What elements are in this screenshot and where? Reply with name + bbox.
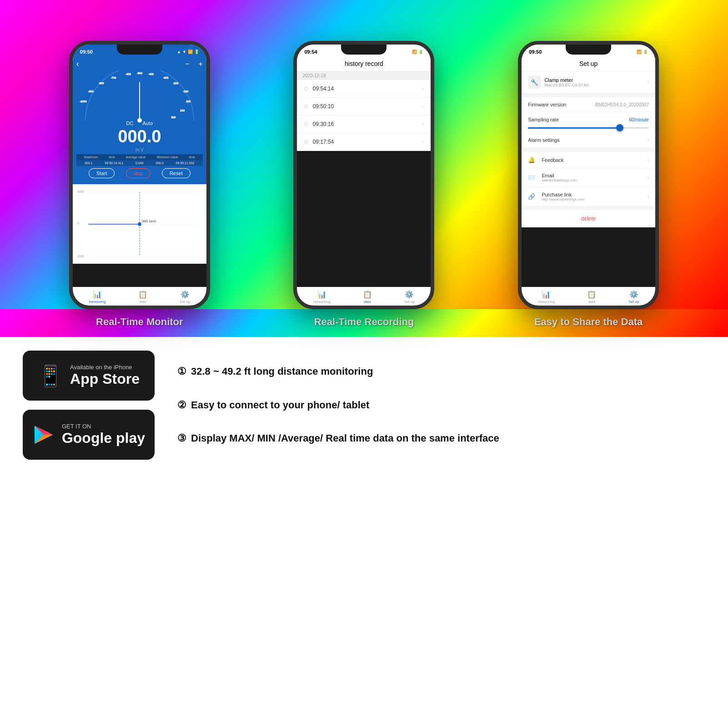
device-mac: Mac:01:B3:EC:C0:27:8A (544, 83, 589, 87)
avg-val: 0.040 (136, 161, 144, 165)
control-buttons: Start stop Reset (76, 166, 203, 181)
svg-text:000.1mV: 000.1mV (142, 219, 156, 223)
svg-text:-700: -700 (110, 76, 116, 79)
plus-icon[interactable]: + (198, 60, 202, 68)
slider-track (528, 127, 649, 129)
data3-label: data (588, 300, 595, 304)
phone1-wrapper: 09:50 ▲ ▼ 📶 🔋 ‹ − (69, 41, 210, 309)
time2-label: time (189, 156, 195, 159)
googleplay-badge[interactable]: GET IT ON Google play (23, 410, 155, 460)
delete-button[interactable]: delete (522, 210, 655, 227)
footer-setup[interactable]: ⚙️ Set up (180, 290, 190, 304)
stats-values: 000.1 09:50:14.411 0.040 000.0 09:50:11.… (76, 160, 203, 166)
device-chevron: › (647, 79, 649, 85)
setup-label: Set up (180, 300, 190, 304)
phone1-screen: 09:50 ▲ ▼ 📶 🔋 ‹ − (73, 45, 206, 264)
footer3-data[interactable]: 📋 data (587, 290, 596, 304)
phone2-footer: 📊 measuring 📋 data ⚙️ Set up (297, 287, 431, 306)
data2-label: data (364, 300, 371, 304)
svg-text:-100: -100 (183, 90, 189, 93)
phone3-status-icons: 📶 🔋 (637, 50, 648, 54)
purchase-item[interactable]: 🔗 Purchase link http://www.elinkthings.c… (522, 187, 655, 206)
device-item[interactable]: 🔧 Clamp meter Mac:01:B3:EC:C0:27:8A › (522, 71, 655, 94)
feature-num-1: ① (177, 365, 186, 379)
measuring3-icon: 📊 (542, 290, 551, 299)
footer-measuring[interactable]: 📊 measuring (89, 290, 105, 304)
footer2-measuring[interactable]: 📊 measuring (313, 290, 330, 304)
feature-item-2: ② Easy to connect to your phone/ tablet (177, 398, 705, 412)
svg-text:-1000: -1000 (80, 100, 87, 103)
alarm-label: Alarm settings (528, 137, 560, 143)
chevron-2: › (422, 103, 423, 110)
email-chevron: › (647, 175, 649, 181)
measurement-value: 000.0 (76, 127, 203, 146)
start-button[interactable]: Start (89, 168, 115, 178)
footer2-data[interactable]: 📋 data (363, 290, 372, 304)
svg-text:-300: -300 (163, 76, 169, 79)
googleplay-icon (32, 423, 55, 446)
appstore-big-text: App Store (70, 371, 140, 387)
setup3-icon: ⚙️ (629, 290, 638, 299)
contact-section: 🔔 Feedback › ✉️ Email sale@elinkthings.c… (522, 152, 655, 206)
phone2-notch (341, 45, 387, 55)
measuring3-label: measuring (538, 300, 555, 304)
svg-text:200: 200 (180, 109, 185, 112)
appstore-badge[interactable]: 📱 Available on the iPhone App Store (23, 351, 155, 401)
data2-icon: 📋 (363, 290, 372, 299)
device-section: 🔧 Clamp meter Mac:01:B3:EC:C0:27:8A › (522, 71, 655, 94)
reset-button[interactable]: Reset (162, 168, 191, 178)
features-list: ① 32.8 ~ 49.2 ft long distance monitorin… (177, 351, 705, 460)
phone1-header: ‹ − + (73, 56, 206, 184)
phones-container: 09:50 ▲ ▼ 📶 🔋 ‹ − (0, 27, 728, 309)
footer-data[interactable]: 📋 data (138, 290, 147, 304)
alarm-chevron: › (647, 137, 649, 143)
phone3: 09:50 📶 🔋 Set up 🔧 (518, 41, 659, 309)
phone1-nav: ‹ − + (76, 58, 203, 70)
history-item-1[interactable]: 09:54:14 › (297, 80, 431, 98)
purchase-chevron: › (647, 194, 649, 200)
minus-icon[interactable]: − (185, 60, 189, 68)
footer3-measuring[interactable]: 📊 measuring (538, 290, 555, 304)
back-icon[interactable]: ‹ (76, 59, 79, 69)
history-item-2[interactable]: 09:50:10 › (297, 98, 431, 115)
phone2-screen: 09:54 📶 🔋 history record 2020-12-18 (297, 45, 431, 151)
feedback-item[interactable]: 🔔 Feedback › (522, 152, 655, 168)
svg-text:-500: -500 (137, 72, 143, 75)
history-item-4[interactable]: 09:17:54 › (297, 133, 431, 151)
svg-point-15 (137, 118, 142, 123)
history-item-3[interactable]: 09:30:16 › (297, 115, 431, 133)
record-circle-4 (304, 140, 308, 144)
email-val: sale@elinkthings.com (542, 178, 577, 182)
phone3-footer: 📊 measuring 📋 data ⚙️ Set up (522, 287, 655, 306)
device-icon: 🔧 (528, 76, 541, 89)
alarm-item[interactable]: Alarm settings › (522, 132, 655, 148)
record-time-4: 09:17:54 (312, 139, 334, 145)
chart-svg: 1000 0 1000 (75, 187, 204, 261)
max-label: Maximum (84, 156, 98, 159)
sampling-label: Sampling rate (528, 117, 559, 122)
feature-text-3: Display MAX/ MIN /Average/ Real time dat… (191, 432, 499, 446)
setup-icon: ⚙️ (181, 290, 190, 299)
top-section: 09:50 ▲ ▼ 📶 🔋 ‹ − (0, 0, 728, 309)
footer2-setup[interactable]: ⚙️ Set up (404, 290, 415, 304)
phone2-label: Real-Time Recording (293, 316, 434, 328)
store-badges: 📱 Available on the iPhone App Store (23, 351, 155, 460)
footer3-setup[interactable]: ⚙️ Set up (628, 290, 639, 304)
stop-button[interactable]: stop (126, 168, 151, 178)
phone2-status-icons: 📶 🔋 (412, 50, 423, 54)
slider-fill (528, 127, 619, 129)
setup3-label: Set up (628, 300, 639, 304)
purchase-val: http://www.elinkthings.com (542, 197, 584, 201)
email-item[interactable]: ✉️ Email sale@elinkthings.com › (522, 168, 655, 187)
appstore-small-text: Available on the iPhone (70, 364, 140, 371)
max-val: 000.1 (85, 161, 93, 165)
data-label: data (139, 300, 146, 304)
data-icon: 📋 (138, 290, 147, 299)
feature-text-1: 32.8 ~ 49.2 ft long distance monitoring (191, 365, 373, 379)
slider-thumb[interactable] (616, 124, 623, 131)
plus-minus-icons: − + (185, 60, 203, 68)
gauge-container: -1000 -900 -800 -700 -600 -500 -400 -300… (76, 70, 203, 125)
svg-text:0: 0 (77, 221, 79, 225)
measuring-label: measuring (89, 300, 105, 304)
sampling-val: 60/minute (629, 117, 649, 122)
